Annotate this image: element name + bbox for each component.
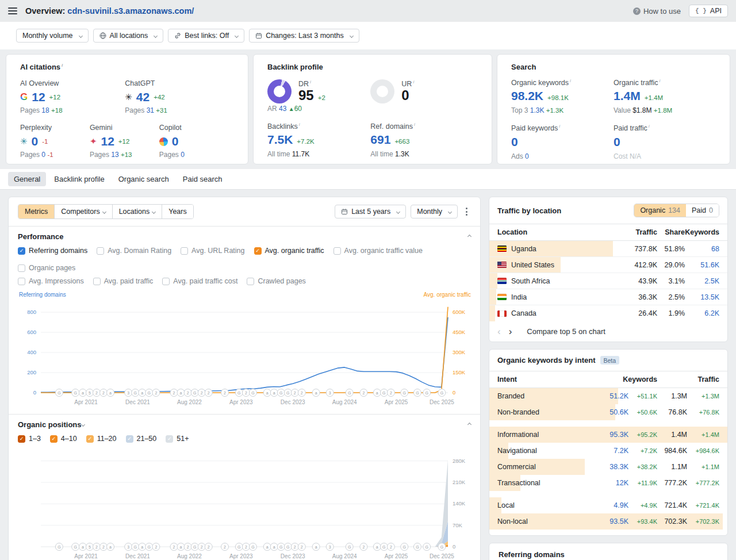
organic-positions-chart[interactable]: 070K140K210K280KGGa522a3GaG22a2G222G2Gaa… xyxy=(18,448,472,560)
svg-text:210K: 210K xyxy=(453,479,466,485)
location-keywords-link[interactable]: 2.5K xyxy=(685,277,719,285)
hamburger-menu-icon[interactable] xyxy=(8,7,17,14)
metric-checkbox[interactable]: Avg. Domain Rating xyxy=(97,247,171,255)
ar-value[interactable]: 43 xyxy=(279,105,286,113)
collapse-icon[interactable] xyxy=(467,423,471,427)
metric-checkbox[interactable]: ✓ 21–50 xyxy=(126,435,157,443)
organic-positions-title: Organic positions xyxy=(18,420,82,429)
compare-top5-link[interactable]: Compare top 5 on chart xyxy=(527,327,605,336)
ai-citations-count[interactable]: 42 xyxy=(136,90,150,104)
calendar-icon xyxy=(341,208,348,215)
tab-backlink-profile[interactable]: Backlink profile xyxy=(48,172,110,186)
segment-locations[interactable]: Locations xyxy=(112,205,162,218)
segment-years[interactable]: Years xyxy=(162,205,193,218)
ai-citations-count[interactable]: 0 xyxy=(172,135,179,148)
monthly-volume-dropdown[interactable]: Monthly volume xyxy=(16,29,89,43)
locations-dropdown[interactable]: All locations xyxy=(93,29,164,43)
location-keywords-link[interactable]: 51.6K xyxy=(685,261,719,269)
intent-row: Commercial 38.3K +38.2K 1.1M +1.1M xyxy=(489,459,727,475)
pages-count[interactable]: 13 xyxy=(111,151,118,159)
pages-count[interactable]: 0 xyxy=(181,151,185,159)
metric-checkbox[interactable]: ✓ 11–20 xyxy=(86,435,117,443)
metric-checkbox[interactable]: ✓ 4–10 xyxy=(50,435,77,443)
more-options-icon[interactable] xyxy=(462,205,471,218)
ref-domains-value[interactable]: 691 xyxy=(370,132,390,147)
location-name: United States xyxy=(511,261,554,269)
tab-paid-search[interactable]: Paid search xyxy=(177,172,228,186)
metric-checkbox[interactable]: ✓ Referring domains xyxy=(18,247,87,255)
paid-traffic-value[interactable]: 0 xyxy=(614,135,620,149)
intent-keywords-delta: +4.9K xyxy=(628,502,657,509)
metric-checkbox[interactable]: Crawled pages xyxy=(247,277,305,285)
ai-citations-count[interactable]: 12 xyxy=(101,135,114,148)
intent-keywords-link[interactable]: 38.3K xyxy=(603,463,628,471)
dr-value: 95 xyxy=(298,88,314,103)
metric-checkbox[interactable]: ✓ 51+ xyxy=(166,435,189,443)
location-keywords-link[interactable]: 68 xyxy=(685,245,719,253)
backlink-profile-card: Backlink profile DRi 95+2 URi 0 AR 43 ▲6… xyxy=(253,54,492,164)
metric-checkbox[interactable]: Avg. Impressions xyxy=(18,277,84,285)
organic-traffic-delta: +1.4M xyxy=(645,94,663,101)
keywords-by-intent-title: Organic keywords by intent xyxy=(497,356,596,365)
api-button[interactable]: { } API xyxy=(689,5,728,17)
chevron-down-icon xyxy=(235,33,239,37)
segment-metrics[interactable]: Metrics xyxy=(18,205,54,218)
metric-checkbox[interactable]: Organic pages xyxy=(18,264,75,272)
metric-checkbox[interactable]: Avg. URL Rating xyxy=(181,247,244,255)
organic-keywords-value[interactable]: 98.2K xyxy=(511,89,543,103)
tab-general[interactable]: General xyxy=(8,172,46,186)
intent-keywords-link[interactable]: 4.9K xyxy=(603,501,628,509)
best-links-dropdown[interactable]: Best links: Off xyxy=(168,29,244,43)
next-page-icon[interactable]: › xyxy=(509,327,512,336)
intent-keywords-link[interactable]: 12K xyxy=(603,479,628,487)
metric-checkbox[interactable]: Avg. paid traffic cost xyxy=(162,277,237,285)
checkbox-icon: ✓ xyxy=(18,247,25,255)
metric-checkbox[interactable]: ✓ Avg. organic traffic xyxy=(254,247,324,255)
checkbox-icon: ✓ xyxy=(254,247,262,255)
date-range-dropdown[interactable]: Last 5 years xyxy=(335,205,406,218)
ai-citations-count[interactable]: 12 xyxy=(32,90,45,104)
organic-keywords-delta: +98.1K xyxy=(547,94,569,101)
tab-organic-search[interactable]: Organic search xyxy=(113,172,175,186)
ai-citations-count[interactable]: 0 xyxy=(32,135,39,148)
intent-keywords-link[interactable]: 95.3K xyxy=(603,431,628,439)
intent-keywords-link[interactable]: 50.6K xyxy=(603,408,628,416)
svg-text:2: 2 xyxy=(362,545,365,549)
paid-keywords-value[interactable]: 0 xyxy=(511,135,518,149)
pages-count[interactable]: 31 xyxy=(147,106,154,114)
svg-text:2: 2 xyxy=(224,545,226,549)
intent-traffic: 721.4K xyxy=(657,501,687,509)
metric-checkbox[interactable]: ✓ 1–3 xyxy=(18,435,41,443)
collapse-icon[interactable] xyxy=(467,235,471,239)
metric-checkbox[interactable]: Avg. paid traffic xyxy=(93,277,154,285)
toggle-organic[interactable]: Organic134 xyxy=(634,204,686,217)
toggle-paid[interactable]: Paid0 xyxy=(686,204,719,217)
metric-checkbox[interactable]: Avg. organic traffic value xyxy=(334,247,423,255)
ur-value: 0 xyxy=(401,88,409,103)
intent-keywords-link[interactable]: 7.2K xyxy=(603,447,628,455)
prev-page-icon[interactable]: ‹ xyxy=(497,327,501,336)
segment-competitors[interactable]: Competitors xyxy=(54,205,112,218)
location-keywords-link[interactable]: 13.5K xyxy=(685,293,719,301)
checkbox-label: Crawled pages xyxy=(258,277,305,285)
backlinks-value[interactable]: 7.5K xyxy=(267,132,293,147)
ads-count[interactable]: 0 xyxy=(525,152,529,160)
granularity-dropdown[interactable]: Monthly xyxy=(411,205,458,218)
how-to-use-button[interactable]: ? How to use xyxy=(633,7,681,16)
svg-text:G: G xyxy=(440,545,443,549)
svg-text:2: 2 xyxy=(102,391,105,395)
svg-text:a: a xyxy=(376,545,378,549)
location-keywords-link[interactable]: 6.2K xyxy=(685,309,719,317)
intent-keywords-link[interactable]: 51.2K xyxy=(603,392,628,400)
pages-count[interactable]: 18 xyxy=(41,106,49,114)
organic-traffic-value[interactable]: 1.4M xyxy=(614,89,641,103)
performance-chart[interactable]: Referring domainsAvg. organic traffic020… xyxy=(18,290,472,409)
intent-keywords-link[interactable]: 93.5K xyxy=(603,517,628,526)
svg-text:a: a xyxy=(376,391,378,395)
intent-keywords-delta: +7.2K xyxy=(628,447,657,454)
changes-dropdown[interactable]: Changes: Last 3 months xyxy=(249,29,359,43)
summary-row: AI citationsi AI Overview G 12 +12 Pages… xyxy=(6,54,730,164)
top3-value[interactable]: 1.3K xyxy=(530,106,545,114)
pages-count[interactable]: 0 xyxy=(41,151,45,159)
target-domain-link[interactable]: cdn-suvinil.s3.amazonaws.com/ xyxy=(67,6,194,16)
